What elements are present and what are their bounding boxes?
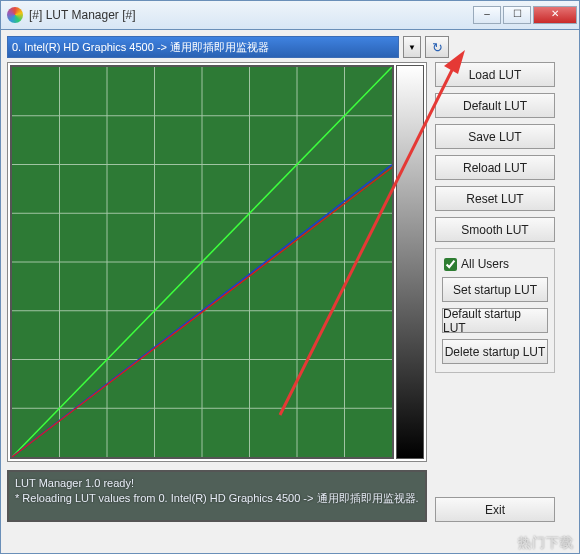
reload-lut-button[interactable]: Reload LUT bbox=[435, 155, 555, 180]
delete-startup-lut-button[interactable]: Delete startup LUT bbox=[442, 339, 548, 364]
save-lut-button[interactable]: Save LUT bbox=[435, 124, 555, 149]
minimize-button[interactable] bbox=[473, 6, 501, 24]
status-line-1: LUT Manager 1.0 ready! bbox=[15, 477, 134, 489]
watermark: 热门下载 bbox=[518, 534, 574, 552]
device-combobox-text: 0. Intel(R) HD Graphics 4500 -> 通用即插即用监视… bbox=[12, 40, 269, 55]
all-users-label: All Users bbox=[461, 257, 509, 271]
all-users-input[interactable] bbox=[444, 258, 457, 271]
left-column: LUT Manager 1.0 ready! * Reloading LUT v… bbox=[7, 62, 427, 522]
reset-lut-button[interactable]: Reset LUT bbox=[435, 186, 555, 211]
device-row: 0. Intel(R) HD Graphics 4500 -> 通用即插即用监视… bbox=[7, 36, 573, 58]
status-panel: LUT Manager 1.0 ready! * Reloading LUT v… bbox=[7, 470, 427, 522]
exit-button[interactable]: Exit bbox=[435, 497, 555, 522]
default-lut-button[interactable]: Default LUT bbox=[435, 93, 555, 118]
close-button[interactable] bbox=[533, 6, 577, 24]
client-area: 0. Intel(R) HD Graphics 4500 -> 通用即插即用监视… bbox=[0, 30, 580, 554]
lut-plot bbox=[10, 65, 394, 459]
device-combobox[interactable]: 0. Intel(R) HD Graphics 4500 -> 通用即插即用监视… bbox=[7, 36, 399, 58]
plot-panel bbox=[7, 62, 427, 462]
smooth-lut-button[interactable]: Smooth LUT bbox=[435, 217, 555, 242]
status-line-2: * Reloading LUT values from 0. Intel(R) … bbox=[15, 492, 419, 504]
refresh-icon: ↻ bbox=[432, 40, 443, 55]
plot-svg bbox=[12, 67, 392, 457]
startup-group: All Users Set startup LUT Default startu… bbox=[435, 248, 555, 373]
window-title: [#] LUT Manager [#] bbox=[29, 8, 471, 22]
all-users-checkbox[interactable]: All Users bbox=[442, 257, 548, 271]
default-startup-lut-button[interactable]: Default startup LUT bbox=[442, 308, 548, 333]
chevron-down-icon[interactable]: ▼ bbox=[403, 36, 421, 58]
gradient-bar bbox=[396, 65, 424, 459]
refresh-button[interactable]: ↻ bbox=[425, 36, 449, 58]
load-lut-button[interactable]: Load LUT bbox=[435, 62, 555, 87]
main-area: LUT Manager 1.0 ready! * Reloading LUT v… bbox=[7, 62, 573, 522]
set-startup-lut-button[interactable]: Set startup LUT bbox=[442, 277, 548, 302]
right-column: Load LUT Default LUT Save LUT Reload LUT… bbox=[435, 62, 555, 522]
title-bar: [#] LUT Manager [#] bbox=[0, 0, 580, 30]
maximize-button[interactable] bbox=[503, 6, 531, 24]
app-icon bbox=[7, 7, 23, 23]
